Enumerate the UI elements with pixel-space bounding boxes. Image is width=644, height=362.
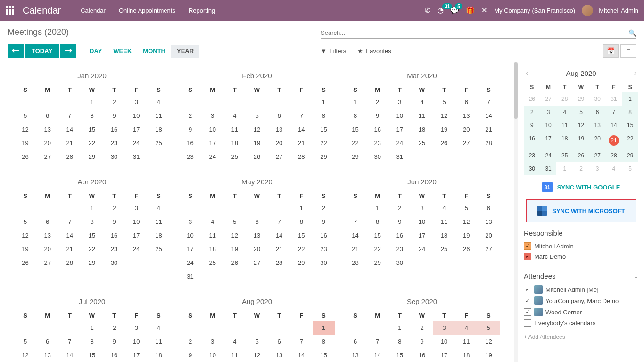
day-cell[interactable]: 27: [36, 256, 58, 270]
day-cell[interactable]: 19: [433, 123, 455, 136]
day-cell[interactable]: 3: [201, 109, 223, 123]
day-cell[interactable]: 4: [148, 321, 170, 335]
day-cell[interactable]: 7: [58, 109, 81, 123]
day-cell[interactable]: 8: [81, 335, 103, 348]
day-cell[interactable]: 6: [36, 109, 58, 123]
day-cell[interactable]: 25: [148, 136, 170, 150]
day-cell[interactable]: 29: [290, 256, 313, 270]
mini-day[interactable]: 13: [589, 119, 606, 132]
mini-day[interactable]: 27: [589, 149, 606, 162]
day-cell[interactable]: 3: [201, 335, 223, 348]
mini-day[interactable]: 7: [606, 106, 622, 119]
prev-button[interactable]: 🡐: [8, 44, 24, 58]
day-cell[interactable]: 17: [201, 136, 223, 150]
day-cell[interactable]: 8: [81, 109, 103, 123]
nav-link-reporting[interactable]: Reporting: [187, 7, 217, 14]
day-cell[interactable]: 24: [201, 150, 223, 164]
day-cell[interactable]: 2: [411, 321, 433, 335]
day-cell[interactable]: 17: [125, 348, 148, 362]
attendee-item[interactable]: ✓YourCompany, Marc Demo: [524, 295, 638, 306]
day-cell[interactable]: 16: [366, 123, 388, 136]
day-cell[interactable]: 2: [366, 95, 388, 109]
mini-prev-button[interactable]: ‹: [524, 67, 530, 79]
day-cell[interactable]: 8: [344, 109, 366, 123]
day-cell[interactable]: 1: [313, 95, 335, 109]
mini-day[interactable]: 19: [573, 132, 589, 149]
day-cell[interactable]: 26: [246, 150, 268, 164]
day-cell[interactable]: 12: [223, 229, 246, 242]
search-input[interactable]: [321, 27, 628, 38]
day-cell[interactable]: 6: [36, 335, 58, 348]
day-cell[interactable]: 28: [290, 150, 313, 164]
gift-icon[interactable]: 🎁: [466, 6, 475, 15]
day-cell[interactable]: 7: [478, 95, 500, 109]
day-cell[interactable]: 4: [433, 201, 455, 215]
day-cell[interactable]: 8: [388, 335, 411, 348]
day-cell[interactable]: 23: [179, 150, 201, 164]
day-cell[interactable]: 10: [433, 335, 455, 348]
mini-day[interactable]: 26: [573, 149, 589, 162]
day-cell[interactable]: 31: [388, 150, 411, 164]
day-cell[interactable]: 31: [125, 150, 148, 164]
day-cell[interactable]: 16: [103, 348, 125, 362]
nav-link-calendar[interactable]: Calendar: [79, 7, 107, 14]
day-cell[interactable]: 14: [478, 109, 500, 123]
day-cell[interactable]: 23: [103, 242, 125, 256]
day-cell[interactable]: 16: [103, 123, 125, 136]
day-cell[interactable]: 20: [455, 123, 478, 136]
day-cell[interactable]: 6: [478, 201, 500, 215]
day-cell[interactable]: 30: [103, 150, 125, 164]
day-cell[interactable]: 14: [58, 348, 81, 362]
day-cell[interactable]: 25: [223, 150, 246, 164]
nav-link-online-appointments[interactable]: Online Appointments: [117, 7, 177, 14]
day-cell[interactable]: 30: [103, 256, 125, 270]
day-cell[interactable]: 14: [268, 229, 290, 242]
mini-day[interactable]: 31: [540, 162, 557, 175]
day-cell[interactable]: 31: [179, 270, 201, 283]
day-cell[interactable]: 3: [411, 201, 433, 215]
day-cell[interactable]: 17: [433, 348, 455, 362]
mini-day[interactable]: 2: [524, 106, 540, 119]
day-cell[interactable]: 22: [290, 242, 313, 256]
mini-day[interactable]: 20: [589, 132, 606, 149]
today-button[interactable]: TODAY: [25, 44, 59, 58]
day-cell[interactable]: 7: [344, 215, 366, 229]
day-cell[interactable]: 12: [246, 123, 268, 136]
day-cell[interactable]: 29: [366, 256, 388, 270]
day-cell[interactable]: 3: [125, 321, 148, 335]
day-cell[interactable]: 20: [478, 229, 500, 242]
mini-day-other[interactable]: 30: [589, 92, 606, 106]
mini-day[interactable]: 10: [540, 119, 557, 132]
chevron-down-icon[interactable]: ⌄: [634, 273, 638, 280]
day-cell[interactable]: 27: [246, 256, 268, 270]
mini-day[interactable]: 28: [606, 149, 622, 162]
day-cell[interactable]: 2: [179, 109, 201, 123]
day-cell[interactable]: 30: [366, 150, 388, 164]
mini-day[interactable]: 30: [524, 162, 540, 175]
add-attendees-input[interactable]: + Add Attendees: [524, 334, 638, 340]
mini-day[interactable]: 9: [524, 119, 540, 132]
day-cell[interactable]: 20: [268, 136, 290, 150]
mini-day[interactable]: 5: [573, 106, 589, 119]
day-cell[interactable]: 23: [366, 136, 388, 150]
mini-day[interactable]: 1: [622, 92, 638, 106]
day-cell[interactable]: 13: [268, 348, 290, 362]
checkbox[interactable]: ✓: [524, 308, 531, 316]
day-cell[interactable]: 5: [246, 335, 268, 348]
day-cell[interactable]: 25: [411, 136, 433, 150]
day-cell[interactable]: 19: [14, 242, 36, 256]
day-cell[interactable]: 17: [179, 242, 201, 256]
day-cell[interactable]: 23: [103, 136, 125, 150]
messages-icon[interactable]: 💬5: [450, 6, 459, 15]
day-cell[interactable]: 15: [366, 229, 388, 242]
day-cell[interactable]: 2: [388, 201, 411, 215]
search-icon[interactable]: 🔍: [628, 29, 636, 37]
day-cell[interactable]: 1: [313, 321, 335, 335]
day-cell[interactable]: 2: [103, 95, 125, 109]
mini-day-other[interactable]: 28: [556, 92, 573, 106]
day-cell[interactable]: 11: [148, 215, 170, 229]
day-cell[interactable]: 4: [148, 201, 170, 215]
mini-day[interactable]: 24: [540, 149, 557, 162]
day-cell[interactable]: 6: [246, 215, 268, 229]
day-cell[interactable]: 19: [246, 136, 268, 150]
